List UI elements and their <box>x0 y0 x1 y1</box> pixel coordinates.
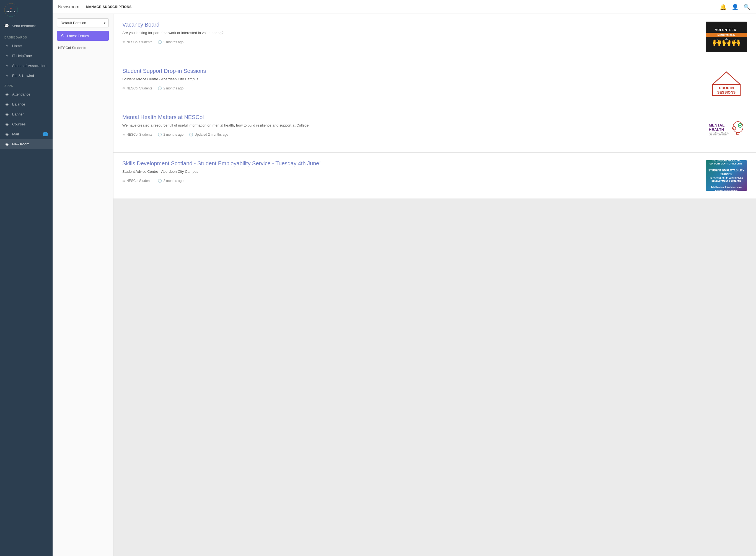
mental-text-health: HEALTH <box>709 127 729 132</box>
sidebar-item-newsroom-label: Newsroom <box>12 142 29 146</box>
notification-icon[interactable]: 🔔 <box>720 4 727 10</box>
clock-icon: 🕐 <box>158 40 162 44</box>
mental-text-sub: MATTERS AT NESCOL <box>709 132 729 134</box>
skills-img-text: THE STUDENT ADVICE AND SUPPORT CENTRE PR… <box>707 160 746 191</box>
partition-select-wrapper[interactable]: Default Partition <box>57 18 109 27</box>
drop-in-source-label: NESCol Students <box>126 86 152 90</box>
banner-icon: ◉ <box>4 112 9 116</box>
topbar-icons: 🔔 👤 🔍 <box>720 4 751 10</box>
news-card-drop-in: Student Support Drop-in Sessions Student… <box>113 60 756 106</box>
partition-select[interactable]: Default Partition <box>57 18 109 27</box>
dashboards-section-label: DASHBOARDS <box>0 32 52 41</box>
latest-entries-label: Latest Entries <box>67 34 89 38</box>
sidebar-item-mail-label: Mail <box>12 132 19 136</box>
topbar-manage-subscriptions[interactable]: MANAGE SUBSCRIPTIONS <box>86 5 131 9</box>
news-card-mental-health: Mental Health Matters at NESCol We have … <box>113 106 756 152</box>
sidebar-item-balance[interactable]: ◉ Balance <box>0 99 52 109</box>
latest-entries-button[interactable]: ⏱ Latest Entries <box>57 31 109 41</box>
topbar: Newsroom MANAGE SUBSCRIPTIONS 🔔 👤 🔍 <box>52 0 756 14</box>
attendance-icon: ◉ <box>4 92 9 96</box>
send-feedback-label: Send feedback <box>12 24 36 28</box>
vacancy-board-title[interactable]: Vacancy Board <box>122 22 699 28</box>
sidebar-item-banner-label: Banner <box>12 112 24 116</box>
news-card-mental-health-content: Mental Health Matters at NESCol We have … <box>122 114 699 137</box>
search-icon[interactable]: 🔍 <box>744 4 751 10</box>
content-area: Default Partition ⏱ Latest Entries NESCo… <box>52 14 756 556</box>
skills-desc: Student Advice Centre - Aberdeen City Ca… <box>122 169 699 174</box>
sidebar-item-it-helpzone[interactable]: ⌂ IT HelpZone <box>0 51 52 61</box>
mail-icon: ◉ <box>4 132 9 136</box>
vacancy-board-meta: ≋ NESCol Students 🕐 2 months ago <box>122 40 699 44</box>
mental-health-visual: MENTAL HEALTH MATTERS AT NESCOL Live Wel… <box>706 114 747 144</box>
vacancy-board-source-label: NESCol Students <box>126 40 152 44</box>
volunteer-top-text: VOLUNTEER! <box>713 27 740 33</box>
sidebar-item-courses[interactable]: ◉ Courses <box>0 119 52 129</box>
rss-icon-2: ≋ <box>122 86 125 90</box>
skills-image: THE STUDENT ADVICE AND SUPPORT CENTRE PR… <box>706 160 747 191</box>
drop-in-source: ≋ NESCol Students <box>122 86 152 90</box>
eat-unwind-icon: ⌂ <box>4 73 9 78</box>
sidebar-item-mail[interactable]: ◉ Mail 3 <box>0 129 52 139</box>
drop-in-time: 🕐 2 months ago <box>158 86 184 90</box>
news-card-skills-content: Skills Development Scotland - Student Em… <box>122 160 699 183</box>
volunteer-mid-text: Board Vacancy <box>706 33 747 37</box>
mental-health-time-label: 2 months ago <box>163 133 184 137</box>
drop-in-meta: ≋ NESCol Students 🕐 2 months ago <box>122 86 699 90</box>
vacancy-board-time-label: 2 months ago <box>163 40 184 44</box>
vacancy-board-time: 🕐 2 months ago <box>158 40 184 44</box>
filter-nescol-students[interactable]: NESCol Students <box>57 44 109 51</box>
rss-icon-4: ≋ <box>122 179 125 183</box>
rss-icon-3: ≋ <box>122 133 125 137</box>
skills-visual: THE STUDENT ADVICE AND SUPPORT CENTRE PR… <box>706 160 747 191</box>
vacancy-board-desc: Are you looking for part-time work or in… <box>122 30 699 36</box>
mental-health-updated-label: Updated 2 months ago <box>194 133 228 137</box>
main-area: Newsroom MANAGE SUBSCRIPTIONS 🔔 👤 🔍 Defa… <box>52 0 756 556</box>
vacancy-board-source: ≋ NESCol Students <box>122 40 152 44</box>
mental-health-desc: We have created a resource full of usefu… <box>122 123 699 128</box>
sidebar-item-attendance-label: Attendance <box>12 92 31 96</box>
sidebar-item-students-association[interactable]: ⌂ Students' Association <box>0 61 52 71</box>
sidebar-item-students-association-label: Students' Association <box>12 64 46 68</box>
drop-in-time-label: 2 months ago <box>163 86 184 90</box>
send-feedback-item[interactable]: 💬 Send feedback <box>0 20 52 32</box>
mental-text-sub2: Live Well. Learn Well. <box>709 134 729 136</box>
it-helpzone-icon: ⌂ <box>4 54 9 58</box>
dropin-visual: DROP IN SESSIONS <box>706 68 747 98</box>
mental-health-meta: ≋ NESCol Students 🕐 2 months ago 🕐 Updat… <box>122 133 699 137</box>
drop-in-image: DROP IN SESSIONS <box>706 68 747 98</box>
svg-text:My: My <box>10 7 12 9</box>
mail-badge: 3 <box>43 132 48 136</box>
mental-health-updated: 🕐 Updated 2 months ago <box>189 133 228 137</box>
drop-in-title[interactable]: Student Support Drop-in Sessions <box>122 68 699 74</box>
skills-time: 🕐 2 months ago <box>158 179 184 183</box>
sidebar-item-courses-label: Courses <box>12 122 26 126</box>
app-logo[interactable]: My NESCOL <box>4 3 18 16</box>
skills-title[interactable]: Skills Development Scotland - Student Em… <box>122 160 699 167</box>
mental-text-mental: MENTAL <box>709 123 729 127</box>
sidebar-item-eat-unwind[interactable]: ⌂ Eat & Unwind <box>0 71 52 80</box>
balance-icon: ◉ <box>4 102 9 106</box>
sidebar-item-banner[interactable]: ◉ Banner <box>0 109 52 119</box>
updated-icon: 🕐 <box>189 133 193 137</box>
topbar-title: Newsroom <box>58 4 79 9</box>
clock-icon-2: 🕐 <box>158 86 162 90</box>
sidebar-item-home[interactable]: ⌂ Home <box>0 41 52 51</box>
vacancy-board-image: VOLUNTEER! Board Vacancy 🙌🙌🙌 <box>706 22 747 52</box>
left-panel: Default Partition ⏱ Latest Entries NESCo… <box>52 14 113 556</box>
sidebar-item-attendance[interactable]: ◉ Attendance <box>0 89 52 99</box>
svg-text:DROP IN: DROP IN <box>719 86 734 90</box>
volunteer-hands: 🙌🙌🙌 <box>712 38 741 47</box>
account-icon[interactable]: 👤 <box>732 4 739 10</box>
sidebar-logo: My NESCOL <box>0 0 52 20</box>
mental-head-icon <box>730 120 744 138</box>
feedback-icon: 💬 <box>4 24 9 28</box>
sidebar-item-balance-label: Balance <box>12 102 25 106</box>
apps-section-label: APPS <box>0 80 52 89</box>
skills-source: ≋ NESCol Students <box>122 179 152 183</box>
mental-health-title[interactable]: Mental Health Matters at NESCol <box>122 114 699 120</box>
skills-source-label: NESCol Students <box>126 179 152 183</box>
volunteer-image: VOLUNTEER! Board Vacancy 🙌🙌🙌 <box>706 22 747 52</box>
sidebar-item-newsroom[interactable]: ◉ Newsroom <box>0 139 52 149</box>
news-card-skills: Skills Development Scotland - Student Em… <box>113 152 756 199</box>
sidebar-item-home-label: Home <box>12 44 22 48</box>
